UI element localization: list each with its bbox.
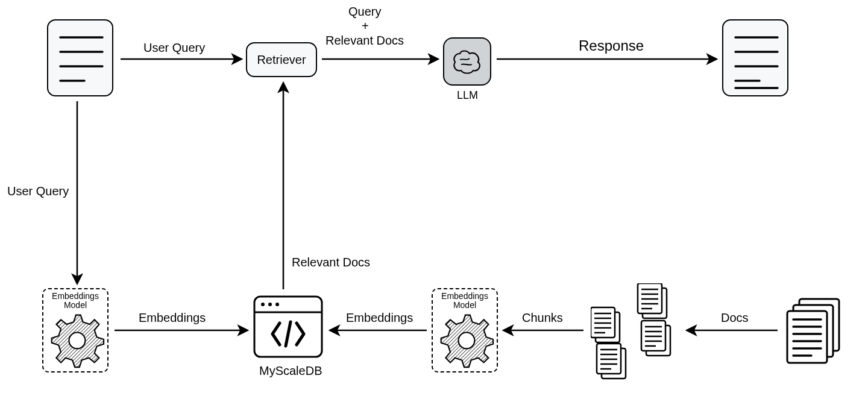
svg-point-9 bbox=[69, 332, 85, 348]
embeddings-right-title: Embeddings Model bbox=[436, 292, 493, 310]
llm-caption: LLM bbox=[457, 89, 478, 102]
edge-response: Response bbox=[579, 37, 644, 54]
gear-icon bbox=[436, 310, 494, 368]
edge-user-query-top: User Query bbox=[143, 41, 205, 55]
svg-point-13 bbox=[268, 303, 272, 306]
gear-icon bbox=[47, 310, 105, 368]
rag-architecture-diagram: Retriever LLM Embeddings Model bbox=[0, 0, 868, 393]
edge-embeddings-right: Embeddings bbox=[346, 311, 413, 325]
response-document-node bbox=[722, 19, 788, 96]
llm-node bbox=[443, 37, 491, 86]
edge-user-query-left: User Query bbox=[7, 184, 69, 198]
retriever-node: Retriever bbox=[246, 42, 317, 77]
myscaledb-node bbox=[252, 294, 324, 359]
edge-chunks: Chunks bbox=[522, 311, 563, 325]
svg-point-16 bbox=[458, 332, 474, 348]
myscaledb-caption: MyScaleDB bbox=[259, 364, 322, 378]
brain-icon bbox=[449, 46, 485, 77]
edge-docs: Docs bbox=[721, 311, 749, 325]
retriever-label: Retriever bbox=[257, 53, 306, 67]
docs-node bbox=[784, 295, 850, 368]
edge-query-l2: Relevant Docs bbox=[326, 34, 404, 48]
embeddings-model-left: Embeddings Model bbox=[42, 288, 108, 373]
chunks-node bbox=[591, 283, 675, 380]
edge-relevant-docs: Relevant Docs bbox=[292, 256, 370, 269]
edge-query-plus: + bbox=[362, 19, 369, 33]
svg-point-14 bbox=[275, 303, 279, 306]
embeddings-left-title: Embeddings Model bbox=[47, 292, 104, 310]
embeddings-model-right: Embeddings Model bbox=[432, 288, 498, 373]
edge-embeddings-left: Embeddings bbox=[139, 311, 206, 325]
edge-query-l1: Query bbox=[348, 5, 381, 19]
svg-point-12 bbox=[261, 303, 265, 306]
query-document-node bbox=[47, 19, 113, 96]
